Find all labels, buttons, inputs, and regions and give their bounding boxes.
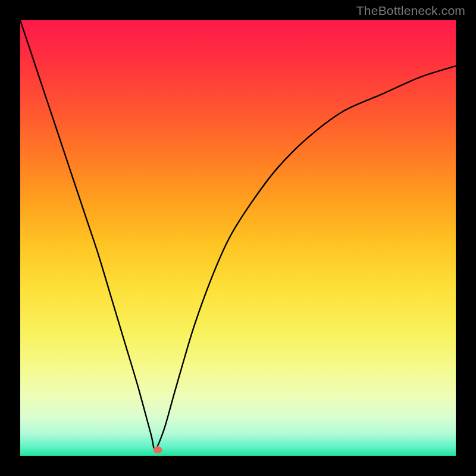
chart-plot-area — [20, 20, 456, 456]
chart-curve-svg — [20, 20, 456, 456]
watermark-text: TheBottleneck.com — [356, 4, 465, 18]
chart-minimum-marker — [153, 446, 162, 453]
chart-curve-path — [20, 20, 456, 449]
